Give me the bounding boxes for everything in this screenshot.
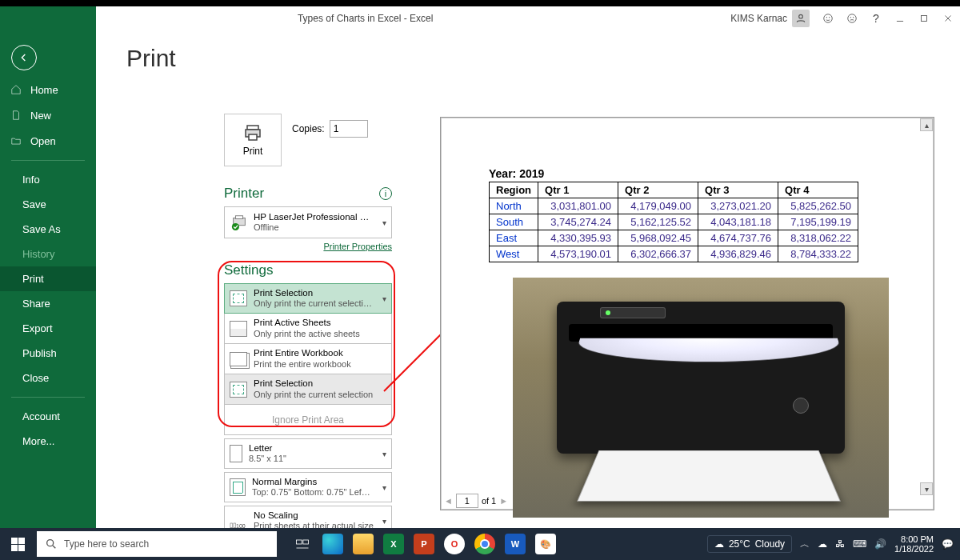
scroll-down-button[interactable]: ▾ — [920, 482, 933, 495]
taskbar-clock[interactable]: 8:00 PM 1/18/2022 — [894, 534, 934, 554]
titlebar-green-left — [0, 6, 96, 30]
volume-icon[interactable]: 🔊 — [874, 538, 886, 550]
table-header: Region — [490, 182, 538, 198]
print-what-selected[interactable]: Print SelectionOnly print the current se… — [224, 283, 392, 314]
face-sad-icon[interactable] — [840, 6, 864, 30]
printer-selector[interactable]: HP LaserJet Professional M1… Offline ▾ — [224, 206, 392, 238]
sidebar-item-close[interactable]: Close — [0, 366, 96, 390]
sidebar-item-new[interactable]: New — [0, 102, 96, 128]
print-entire-workbook-option[interactable]: Print Entire WorkbookPrint the entire wo… — [224, 344, 392, 374]
printer-name: HP LaserJet Professional M1… — [254, 212, 374, 223]
chevron-down-icon: ▾ — [382, 218, 386, 227]
margins-selector[interactable]: Normal MarginsTop: 0.75" Bottom: 0.75" L… — [224, 472, 392, 502]
face-smile-icon[interactable] — [816, 6, 840, 30]
file-explorer-icon[interactable] — [349, 530, 378, 558]
minimize-button[interactable] — [888, 6, 912, 30]
network-icon[interactable]: 🖧 — [835, 538, 845, 550]
help-icon[interactable]: ? — [864, 6, 888, 30]
search-placeholder: Type here to search — [64, 538, 149, 550]
print-active-sheets-option[interactable]: Print Active SheetsOnly print the active… — [224, 314, 392, 344]
print-button[interactable]: Print — [224, 114, 282, 166]
excel-icon[interactable]: X — [379, 530, 408, 558]
sidebar-item-info[interactable]: Info — [0, 167, 96, 192]
page-number-input[interactable] — [456, 494, 478, 508]
next-page-button[interactable]: ► — [499, 496, 508, 506]
table-row: North3,031,801.004,179,049.003,273,021.2… — [490, 198, 858, 214]
printer-icon — [242, 123, 264, 142]
titlebar: Types of Charts in Excel - Excel KIMS Ka… — [0, 6, 960, 30]
print-backstage: Print Print Copies: Printer i HP Las — [96, 30, 960, 528]
table-row: West4,573,190.016,302,666.374,936,829.46… — [490, 246, 858, 262]
windows-logo-icon — [11, 538, 25, 551]
svg-rect-15 — [235, 216, 242, 219]
sidebar-item-open[interactable]: Open — [0, 128, 96, 154]
sidebar-item-account[interactable]: Account — [0, 404, 96, 429]
language-icon[interactable]: ⌨ — [853, 538, 866, 550]
weather-widget[interactable]: ☁ 25°C Cloudy — [707, 535, 792, 553]
opera-icon[interactable]: O — [440, 530, 469, 558]
taskbar-search[interactable]: Type here to search — [37, 531, 277, 557]
sidebar-item-history: History — [0, 242, 96, 266]
start-button[interactable] — [0, 528, 35, 560]
print-selection-option[interactable]: Print SelectionOnly print the current se… — [224, 374, 392, 405]
prev-page-button[interactable]: ◄ — [444, 496, 453, 506]
sidebar-item-saveas[interactable]: Save As — [0, 217, 96, 242]
page-of-label: of 1 — [482, 496, 496, 506]
maximize-button[interactable] — [912, 6, 936, 30]
printer-heading: Printer — [224, 186, 264, 202]
sidebar-item-home[interactable]: Home — [0, 77, 96, 102]
svg-rect-8 — [922, 16, 927, 22]
svg-point-3 — [829, 18, 830, 18]
edge-icon[interactable] — [318, 530, 347, 558]
chrome-icon[interactable] — [470, 530, 499, 558]
table-header: Qtr 4 — [778, 182, 858, 198]
chevron-down-icon: ▾ — [382, 294, 386, 303]
printer-photo — [513, 278, 889, 518]
new-icon — [10, 109, 22, 122]
workbook-icon — [230, 352, 247, 366]
preview-year-label: Year: 2019 — [489, 167, 544, 180]
chevron-down-icon: ▾ — [382, 483, 386, 492]
sidebar-item-share[interactable]: Share — [0, 291, 96, 316]
notifications-icon[interactable]: 💬 — [942, 538, 954, 550]
backstage-sidebar: Home New Open Info Save Save As History … — [0, 30, 96, 528]
chevron-down-icon: ▾ — [382, 450, 386, 458]
app-title: Types of Charts in Excel - Excel — [0, 13, 730, 24]
back-button[interactable] — [11, 45, 37, 70]
word-icon[interactable]: W — [501, 530, 530, 558]
ignore-print-area-option[interactable]: Ignore Print Area — [224, 405, 392, 435]
copies-input[interactable] — [330, 120, 368, 138]
info-icon[interactable]: i — [379, 187, 392, 200]
powerpoint-icon[interactable]: P — [410, 530, 438, 558]
print-button-label: Print — [243, 146, 263, 157]
svg-point-16 — [232, 223, 239, 230]
settings-heading: Settings — [224, 262, 273, 278]
task-view-button[interactable] — [288, 530, 317, 558]
system-tray: ☁ 25°C Cloudy ︿ ☁ 🖧 ⌨ 🔊 8:00 PM 1/18/202… — [707, 534, 960, 554]
svg-point-5 — [850, 18, 851, 18]
sidebar-item-publish[interactable]: Publish — [0, 341, 96, 366]
svg-point-6 — [853, 18, 854, 18]
tray-chevron-icon[interactable]: ︿ — [800, 538, 810, 551]
copies-label: Copies: — [292, 123, 325, 134]
printer-properties-link[interactable]: Printer Properties — [224, 242, 392, 251]
svg-line-18 — [53, 546, 55, 548]
sidebar-item-print[interactable]: Print — [0, 266, 96, 291]
sidebar-item-export[interactable]: Export — [0, 316, 96, 341]
sheets-icon — [230, 321, 247, 337]
svg-point-1 — [824, 14, 833, 23]
page-title: Print — [126, 45, 960, 72]
search-icon — [45, 538, 58, 550]
sidebar-item-save[interactable]: Save — [0, 192, 96, 217]
onedrive-icon[interactable]: ☁ — [818, 538, 827, 550]
scroll-up-button[interactable]: ▴ — [920, 118, 933, 131]
svg-point-4 — [848, 14, 857, 23]
sidebar-separator — [11, 397, 85, 398]
preview-data-table: RegionQtr 1Qtr 2Qtr 3Qtr 4 North3,031,80… — [489, 182, 858, 262]
close-button[interactable] — [936, 6, 960, 30]
paint-icon[interactable]: 🎨 — [531, 530, 560, 558]
user-avatar[interactable] — [792, 10, 810, 27]
page-size-selector[interactable]: Letter8.5" x 11" ▾ — [224, 438, 392, 469]
sidebar-item-more[interactable]: More... — [0, 429, 96, 454]
home-icon — [10, 83, 22, 96]
